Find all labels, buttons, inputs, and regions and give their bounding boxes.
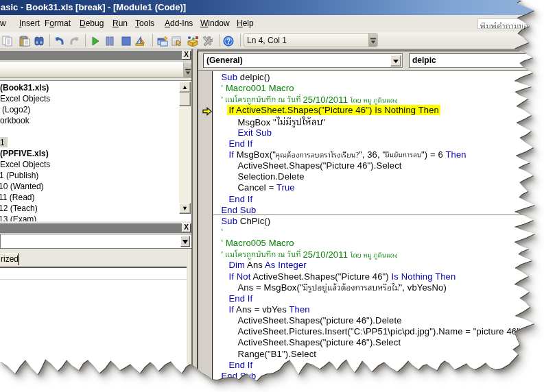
svg-text:?: ? — [226, 38, 230, 45]
